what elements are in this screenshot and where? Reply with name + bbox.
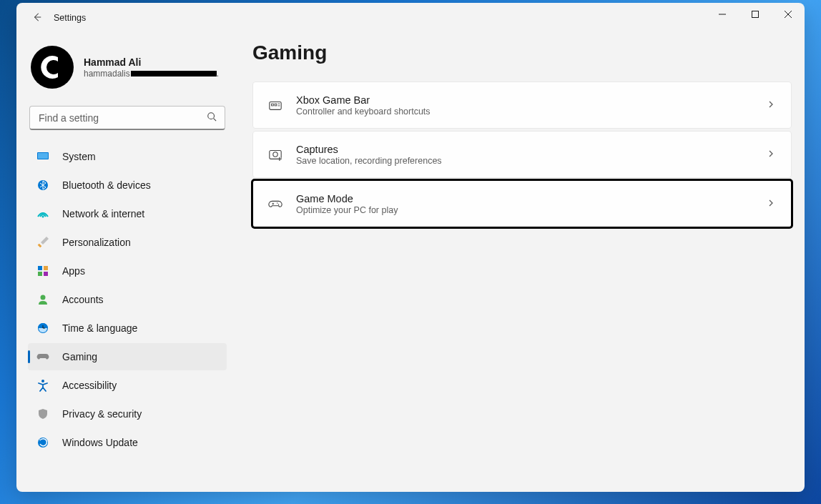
search-container (29, 106, 225, 130)
sidebar-item-label: Bluetooth & devices (62, 179, 151, 191)
apps-icon (36, 265, 49, 277)
sidebar-item-label: Accessibility (62, 380, 117, 391)
redacted-email (131, 71, 217, 76)
captures-icon (267, 147, 283, 162)
time-icon (36, 322, 49, 335)
bluetooth-icon (36, 179, 49, 192)
sidebar-item-accounts[interactable]: Accounts (28, 286, 227, 313)
window-controls (706, 3, 805, 26)
search-input[interactable] (29, 106, 225, 130)
minimize-button[interactable] (706, 3, 739, 26)
privacy-icon (36, 407, 49, 420)
svg-point-10 (42, 216, 44, 218)
sidebar-item-system[interactable]: System (28, 143, 227, 170)
sidebar-item-label: Network & internet (62, 208, 144, 219)
card-subtitle: Optimize your PC for play (296, 205, 398, 215)
search-icon (207, 112, 217, 124)
svg-rect-8 (38, 153, 48, 159)
card-title: Captures (296, 144, 442, 155)
main-panel: Gaming Xbox Game Bar Controller and keyb… (237, 37, 805, 492)
xbox-game-bar-icon (267, 98, 283, 112)
svg-line-6 (214, 119, 217, 122)
svg-point-36 (278, 204, 279, 204)
sidebar-item-label: Personalization (62, 237, 131, 248)
close-icon (785, 11, 792, 18)
card-text: Captures Save location, recording prefer… (296, 144, 442, 166)
sidebar-item-personalization[interactable]: Personalization (28, 229, 227, 256)
card-subtitle: Controller and keyboard shortcuts (296, 107, 431, 117)
minimize-icon (719, 11, 726, 18)
sidebar-item-bluetooth[interactable]: Bluetooth & devices (28, 172, 227, 199)
svg-rect-2 (752, 11, 759, 18)
svg-rect-14 (38, 272, 42, 276)
sidebar-item-label: Privacy & security (62, 408, 142, 420)
svg-rect-15 (44, 272, 48, 276)
card-title: Xbox Game Bar (296, 94, 431, 106)
gaming-icon (36, 350, 49, 363)
chevron-right-icon (767, 197, 775, 210)
svg-point-35 (277, 202, 277, 203)
sidebar: Hammad Ali hammadalis. System Bluetooth … (16, 37, 237, 492)
sidebar-item-accessibility[interactable]: Accessibility (28, 372, 227, 399)
profile-block[interactable]: Hammad Ali hammadalis. (28, 37, 227, 102)
profile-text: Hammad Ali hammadalis. (84, 56, 219, 79)
network-icon (36, 207, 49, 220)
sidebar-item-label: Windows Update (62, 437, 138, 448)
sidebar-item-network[interactable]: Network & internet (28, 200, 227, 227)
sidebar-item-gaming[interactable]: Gaming (28, 343, 227, 370)
sidebar-item-label: System (62, 151, 96, 162)
chevron-right-icon (767, 148, 775, 161)
accessibility-icon (36, 379, 49, 392)
content-area: Hammad Ali hammadalis. System Bluetooth … (16, 31, 805, 492)
settings-window: Settings Hammad Ali (16, 3, 805, 492)
card-text: Xbox Game Bar Controller and keyboard sh… (296, 94, 431, 117)
system-icon (36, 150, 49, 163)
svg-rect-11 (38, 244, 42, 248)
sidebar-item-privacy[interactable]: Privacy & security (28, 400, 227, 428)
update-icon (36, 436, 49, 449)
card-game-mode[interactable]: Game Mode Optimize your PC for play (252, 180, 792, 227)
chevron-right-icon (767, 99, 775, 112)
card-subtitle: Save location, recording preferences (296, 156, 442, 166)
profile-email: hammadalis. (84, 69, 219, 79)
page-title: Gaming (252, 41, 792, 64)
card-text: Game Mode Optimize your PC for play (296, 193, 398, 215)
close-button[interactable] (772, 3, 805, 26)
game-mode-icon (267, 197, 283, 211)
avatar-logo-icon (38, 53, 67, 81)
nav-list: System Bluetooth & devices Network & int… (28, 143, 227, 456)
svg-point-21 (41, 380, 44, 382)
sidebar-item-update[interactable]: Windows Update (28, 429, 227, 456)
sidebar-item-apps[interactable]: Apps (28, 257, 227, 285)
back-button[interactable] (29, 12, 45, 22)
maximize-button[interactable] (739, 3, 772, 26)
sidebar-item-time[interactable]: Time & language (28, 315, 227, 342)
avatar (31, 46, 74, 89)
personalization-icon (36, 236, 49, 249)
arrow-left-icon (32, 12, 42, 22)
maximize-icon (752, 11, 759, 18)
profile-name: Hammad Ali (84, 56, 219, 68)
card-captures[interactable]: Captures Save location, recording prefer… (252, 131, 792, 178)
sidebar-item-label: Accounts (62, 294, 104, 305)
sidebar-item-label: Time & language (62, 322, 137, 334)
card-title: Game Mode (296, 193, 398, 204)
svg-point-5 (208, 113, 215, 119)
app-title: Settings (54, 11, 86, 23)
accounts-icon (36, 293, 49, 306)
svg-point-29 (273, 152, 277, 157)
sidebar-item-label: Apps (62, 265, 85, 277)
sidebar-item-label: Gaming (62, 351, 97, 362)
card-xbox-game-bar[interactable]: Xbox Game Bar Controller and keyboard sh… (252, 81, 792, 129)
svg-rect-12 (38, 266, 42, 270)
svg-rect-25 (275, 104, 277, 106)
title-bar: Settings (16, 3, 805, 31)
settings-cards: Xbox Game Bar Controller and keyboard sh… (252, 81, 792, 227)
svg-rect-13 (44, 266, 48, 270)
svg-rect-24 (272, 104, 274, 106)
svg-point-16 (41, 295, 46, 300)
